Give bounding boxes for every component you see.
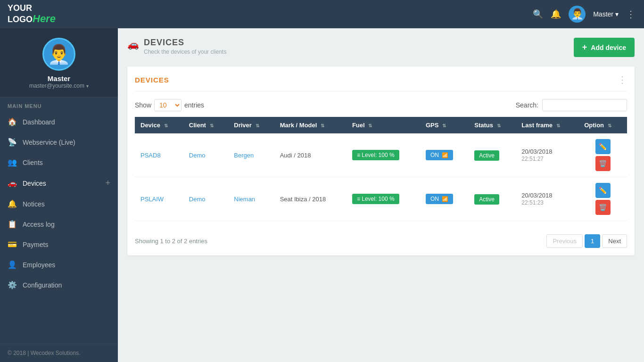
page-title: DEVICES (144, 38, 226, 48)
table-info: Showing 1 to 2 of 2 entries (135, 238, 207, 245)
device-link[interactable]: PSLAIW (140, 196, 164, 203)
sidebar-item-access-log[interactable]: 📋 Access log (0, 214, 118, 234)
card-title: DEVICES (135, 76, 169, 84)
add-device-button[interactable]: + Add device (574, 38, 635, 57)
sidebar-item-clients[interactable]: 👥 Clients (0, 152, 118, 173)
sidebar-item-devices[interactable]: 🚗 Devices + (0, 173, 118, 194)
bell-icon[interactable]: 🔔 (551, 9, 561, 19)
col-option[interactable]: Option ⇅ (578, 117, 627, 133)
topnav-right: 🔍 🔔 👨‍💼 Master ▾ ⋮ (533, 6, 636, 23)
employees-icon: 👤 (8, 260, 17, 269)
cell-mark-model: Audi / 2018 (274, 133, 347, 177)
sort-icon: ⇅ (256, 123, 259, 128)
cell-fuel: ≡ Level: 100 % (347, 133, 420, 177)
logo: YOUR LOGOHere (8, 4, 56, 25)
previous-button[interactable]: Previous (546, 234, 583, 248)
cell-status: Active (469, 177, 516, 221)
sidebar-item-employees[interactable]: 👤 Employees (0, 255, 118, 275)
page-1-button[interactable]: 1 (585, 234, 600, 248)
sidebar-item-notices[interactable]: 🔔 Notices (0, 194, 118, 214)
device-link[interactable]: PSAD8 (140, 152, 161, 159)
plus-icon: + (582, 42, 587, 52)
add-device-label: Add device (591, 44, 626, 51)
sidebar-footer: © 2018 | Wecodex Solutions. (0, 344, 118, 362)
topnav: YOUR LOGOHere 🔍 🔔 👨‍💼 Master ▾ ⋮ (0, 0, 644, 28)
search-icon[interactable]: 🔍 (533, 9, 543, 19)
cell-gps: ON 📶 (420, 177, 469, 221)
delete-button[interactable]: 🗑️ (595, 156, 611, 171)
col-status[interactable]: Status ⇅ (469, 117, 516, 133)
col-gps[interactable]: GPS ⇅ (420, 117, 469, 133)
table-row: PSLAIW Demo Nieman Seat Ibiza / 2018 ≡ L… (135, 177, 627, 221)
sort-icon: ⇅ (321, 123, 324, 128)
cell-mark-model: Seat Ibiza / 2018 (274, 177, 347, 221)
add-device-sidebar-icon[interactable]: + (105, 178, 110, 188)
show-label: Show (135, 101, 151, 109)
menu-label: MAIN MENU (0, 97, 118, 112)
clients-icon: 👥 (8, 158, 17, 167)
table-controls: Show 10 25 50 100 entries Search: (135, 99, 627, 111)
page-header-icon: 🚗 (127, 39, 139, 50)
avatar-icon: 👨‍💼 (47, 45, 71, 64)
client-link[interactable]: Demo (189, 152, 206, 159)
edit-button[interactable]: ✏️ (595, 183, 611, 198)
next-button[interactable]: Next (602, 234, 627, 248)
cell-option: ✏️ 🗑️ (578, 177, 627, 221)
user-name: Master (593, 10, 613, 18)
sidebar-item-label: Devices (23, 180, 99, 187)
devices-table: Device ⇅ Client ⇅ Driver ⇅ Mark / Model … (135, 117, 627, 221)
sort-icon: ⇅ (608, 123, 611, 128)
sidebar-item-webservice[interactable]: 📡 Webservice (Live) (0, 132, 118, 152)
sidebar-item-label: Notices (23, 200, 110, 208)
notices-icon: 🔔 (8, 199, 17, 208)
user-menu[interactable]: Master ▾ (593, 10, 619, 18)
gps-badge: ON 📶 (426, 150, 453, 160)
cell-fuel: ≡ Level: 100 % (347, 177, 420, 221)
sidebar-item-label: Dashboard (23, 118, 110, 126)
topnav-dots-menu[interactable]: ⋮ (626, 8, 636, 20)
col-mark-model[interactable]: Mark / Model ⇅ (274, 117, 347, 133)
search-input[interactable] (542, 99, 627, 111)
configuration-icon: ⚙️ (8, 280, 17, 289)
sort-icon: ⇅ (497, 123, 501, 128)
driver-link[interactable]: Bergen (234, 152, 254, 159)
gps-badge: ON 📶 (426, 194, 453, 204)
profile-avatar: 👨‍💼 (42, 38, 75, 71)
table-row: PSAD8 Demo Bergen Audi / 2018 ≡ Level: 1… (135, 133, 627, 177)
col-device[interactable]: Device ⇅ (135, 117, 183, 133)
edit-button[interactable]: ✏️ (595, 139, 611, 154)
client-link[interactable]: Demo (189, 196, 206, 203)
cell-client: Demo (183, 177, 228, 221)
wifi-icon: 📶 (442, 152, 448, 158)
home-icon: 🏠 (8, 117, 17, 126)
sidebar-item-configuration[interactable]: ⚙️ Configuration (0, 275, 118, 295)
sidebar: 👨‍💼 Master master@yoursite.com ▾ MAIN ME… (0, 28, 118, 362)
webservice-icon: 📡 (8, 138, 17, 147)
page-header: 🚗 DEVICES Check the devices of your clie… (127, 38, 635, 57)
col-driver[interactable]: Driver ⇅ (228, 117, 274, 133)
sidebar-item-label: Employees (23, 261, 110, 269)
col-fuel[interactable]: Fuel ⇅ (347, 117, 420, 133)
cell-status: Active (469, 133, 516, 177)
sidebar-item-label: Clients (23, 159, 110, 166)
main-content: 🚗 DEVICES Check the devices of your clie… (118, 28, 644, 362)
devices-card: DEVICES ⋮ Show 10 25 50 100 entries Sear… (127, 66, 635, 255)
show-entries: Show 10 25 50 100 entries (135, 99, 204, 111)
col-client[interactable]: Client ⇅ (183, 117, 228, 133)
cell-driver: Bergen (228, 133, 274, 177)
sort-icon: ⇅ (164, 123, 168, 128)
sidebar-item-dashboard[interactable]: 🏠 Dashboard (0, 112, 118, 132)
user-dropdown-arrow: ▾ (615, 10, 619, 18)
entries-label: entries (184, 101, 204, 109)
driver-link[interactable]: Nieman (234, 196, 255, 203)
devices-icon: 🚗 (8, 179, 17, 188)
sidebar-item-payments[interactable]: 💳 Paymets (0, 234, 118, 255)
cell-last-frame: 20/03/201822:51:23 (516, 177, 578, 221)
card-header: DEVICES ⋮ (135, 74, 627, 91)
cell-last-frame: 20/03/201822:51:27 (516, 133, 578, 177)
col-last-frame[interactable]: Last frame ⇅ (516, 117, 578, 133)
cell-gps: ON 📶 (420, 133, 469, 177)
entries-select[interactable]: 10 25 50 100 (154, 99, 182, 111)
card-options-icon[interactable]: ⋮ (618, 74, 627, 85)
delete-button[interactable]: 🗑️ (595, 200, 611, 215)
